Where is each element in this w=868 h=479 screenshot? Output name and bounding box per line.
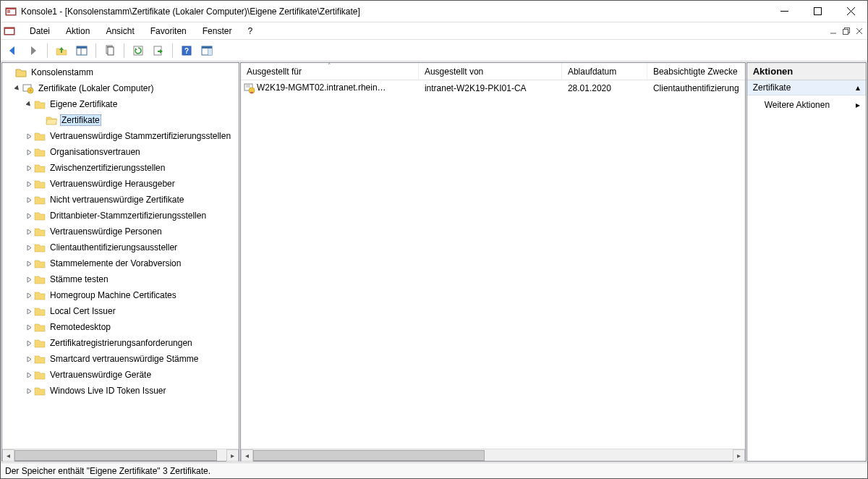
menu-favoriten[interactable]: Favoriten <box>143 25 194 38</box>
window-close-button[interactable] <box>834 1 867 22</box>
expand-icon[interactable] <box>24 213 34 219</box>
tree-item[interactable]: Homegroup Machine Certificates <box>2 287 239 303</box>
scroll-track[interactable] <box>14 449 226 461</box>
scroll-right-arrow[interactable]: ▸ <box>226 449 239 462</box>
console-tree[interactable]: Konsolenstamm Zertifikate (Lokaler Compu… <box>2 63 239 449</box>
expand-icon[interactable] <box>24 165 34 171</box>
window-title: Konsole1 - [Konsolenstamm\Zertifikate (L… <box>21 7 767 17</box>
collapse-up-icon: ▴ <box>856 82 860 93</box>
scroll-thumb[interactable] <box>14 450 217 461</box>
mdi-close-button[interactable] <box>854 26 864 36</box>
expand-icon[interactable] <box>24 245 34 251</box>
toolbar-separator <box>95 43 96 58</box>
mdi-restore-button[interactable] <box>841 26 851 36</box>
show-hide-action-pane-button[interactable] <box>199 43 215 59</box>
actions-category-label: Zertifikate <box>753 82 791 93</box>
tree-item[interactable]: Local Cert Issuer <box>2 303 239 319</box>
forward-button[interactable] <box>25 43 41 59</box>
show-hide-tree-button[interactable] <box>74 43 90 59</box>
tree-root[interactable]: Konsolenstamm <box>2 64 239 80</box>
expand-icon[interactable] <box>24 229 34 235</box>
more-actions-item[interactable]: Weitere Aktionen ▸ <box>747 96 866 114</box>
tree-item[interactable]: Zertifikatregistrierungsanforderungen <box>2 335 239 351</box>
column-label: Ausgestellt von <box>425 67 483 77</box>
menu-aktion[interactable]: Aktion <box>59 25 97 38</box>
menu-help[interactable]: ? <box>240 25 260 38</box>
tree-item[interactable]: Vertrauenswürdige Stammzertifizierungsst… <box>2 128 239 144</box>
window-maximize-button[interactable] <box>801 1 834 22</box>
scroll-track[interactable] <box>253 449 733 461</box>
tree-label: Zertifikatregistrierungsanforderungen <box>48 337 194 349</box>
content-area: Konsolenstamm Zertifikate (Lokaler Compu… <box>1 62 867 462</box>
tree-item[interactable]: Drittanbieter-Stammzertifizierungsstelle… <box>2 208 239 224</box>
scroll-left-arrow[interactable]: ◂ <box>241 449 253 462</box>
window-minimize-button[interactable] <box>767 1 801 22</box>
sort-indicator-icon: ˄ <box>328 62 331 69</box>
tree-item[interactable]: Zwischenzertifizierungsstellen <box>2 160 239 176</box>
tree-label: Organisationsvertrauen <box>48 146 142 158</box>
tree-own-certs[interactable]: Eigene Zertifikate <box>2 96 239 112</box>
actions-category[interactable]: Zertifikate ▴ <box>747 80 866 96</box>
scroll-thumb[interactable] <box>253 450 485 461</box>
toolbar-separator <box>124 43 124 58</box>
expand-icon[interactable] <box>24 340 34 347</box>
expand-icon[interactable] <box>24 181 34 187</box>
tree-item[interactable]: Organisationsvertrauen <box>2 144 239 160</box>
tree-item[interactable]: Nicht vertrauenswürdige Zertifikate <box>2 192 239 208</box>
column-issued-to[interactable]: ˄Ausgestellt für <box>241 63 419 80</box>
tree-snapin[interactable]: Zertifikate (Lokaler Computer) <box>2 80 239 96</box>
list-horizontal-scrollbar[interactable]: ◂ ▸ <box>241 449 745 461</box>
up-folder-button[interactable] <box>54 43 69 59</box>
column-purpose[interactable]: Beabsichtigte Zwecke <box>647 63 745 80</box>
svg-rect-26 <box>202 46 212 48</box>
help-button[interactable]: ? <box>179 43 195 59</box>
expand-icon[interactable] <box>24 133 34 140</box>
scroll-right-arrow[interactable]: ▸ <box>733 449 745 462</box>
expand-icon[interactable] <box>24 324 34 331</box>
column-expires[interactable]: Ablaufdatum <box>562 63 647 80</box>
menu-fenster[interactable]: Fenster <box>195 25 239 38</box>
cell-expires: 28.01.2020 <box>562 83 647 93</box>
refresh-button[interactable] <box>130 43 146 59</box>
tree-item[interactable]: Stämme testen <box>2 271 239 287</box>
folder-icon <box>34 130 46 142</box>
scroll-left-arrow[interactable]: ◂ <box>2 449 14 462</box>
mdi-minimize-button[interactable] <box>828 26 838 36</box>
collapse-icon[interactable] <box>24 101 34 108</box>
tree-panel: Konsolenstamm Zertifikate (Lokaler Compu… <box>1 62 239 462</box>
svg-rect-16 <box>77 46 87 48</box>
cell-issued-to: W2K19-MGMT02.intranet.rhein… <box>241 82 419 94</box>
column-issued-by[interactable]: Ausgestellt von <box>419 63 562 80</box>
tree-item[interactable]: Vertrauenswürdige Personen <box>2 224 239 240</box>
expand-icon[interactable] <box>24 197 34 203</box>
certificate-row[interactable]: W2K19-MGMT02.intranet.rhein… intranet-W2… <box>241 80 745 96</box>
back-button[interactable] <box>5 43 21 59</box>
expand-icon[interactable] <box>24 356 34 363</box>
menu-datei[interactable]: Datei <box>22 25 57 38</box>
menu-ansicht[interactable]: Ansicht <box>98 25 141 38</box>
tree-item[interactable]: Clientauthentifizierungsaussteller <box>2 240 239 255</box>
expand-icon[interactable] <box>24 149 34 156</box>
svg-rect-20 <box>108 47 114 55</box>
tree-item[interactable]: Stammelemente der Vorabversion <box>2 255 239 271</box>
expand-icon[interactable] <box>24 276 34 283</box>
tree-item[interactable]: Vertrauenswürdige Herausgeber <box>2 176 239 192</box>
tree-item[interactable]: Vertrauenswürdige Geräte <box>2 367 239 383</box>
expand-icon[interactable] <box>24 292 34 299</box>
expand-icon[interactable] <box>24 260 34 267</box>
tree-item[interactable]: Smartcard vertrauenswürdige Stämme <box>2 351 239 367</box>
tree-horizontal-scrollbar[interactable]: ◂ ▸ <box>2 449 239 461</box>
collapse-icon[interactable] <box>12 85 22 92</box>
tree-item[interactable]: Remotedesktop <box>2 319 239 335</box>
folder-open-icon <box>46 114 57 126</box>
expand-icon[interactable] <box>24 372 34 378</box>
actions-header: Aktionen <box>747 63 866 80</box>
expand-icon[interactable] <box>24 388 34 394</box>
tree-certificates-selected[interactable]: Zertifikate <box>2 112 239 128</box>
list-body[interactable]: W2K19-MGMT02.intranet.rhein… intranet-W2… <box>241 80 745 449</box>
export-button[interactable] <box>150 43 166 59</box>
copy-button[interactable] <box>102 43 118 59</box>
expand-icon[interactable] <box>24 308 34 315</box>
tree-item[interactable]: Windows Live ID Token Issuer <box>2 383 239 399</box>
folder-icon <box>34 242 46 253</box>
